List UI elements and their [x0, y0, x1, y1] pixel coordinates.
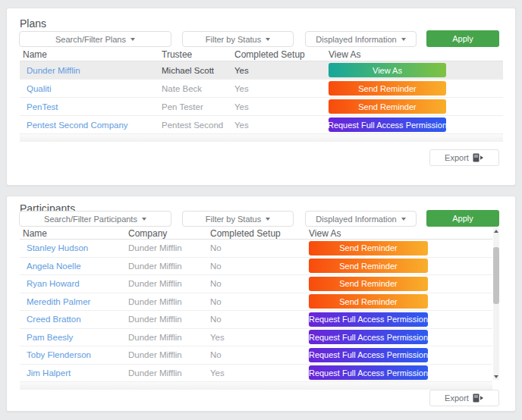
table-row: Toby FlendersonDunder MifflinNoRequest F… [20, 346, 492, 365]
row-name-link[interactable]: Angela Noelle [20, 262, 128, 271]
row-completed-setup: No [210, 243, 309, 252]
scroll-up-arrow-icon[interactable] [494, 230, 498, 233]
row-completed-setup: No [210, 315, 309, 324]
row-name-link[interactable]: Stanley Hudson [20, 243, 128, 252]
column-header-completed-setup: Completed Setup [234, 49, 329, 60]
participants-status-filter-dropdown[interactable]: Filter by Status [182, 211, 294, 227]
send-reminder-button[interactable]: Send Reminder [309, 294, 428, 309]
row-completed-setup: Yes [210, 333, 309, 342]
participants-apply-button[interactable]: Apply [426, 210, 499, 227]
plans-panel: Plans Search/Filter Plans Filter by Stat… [6, 8, 516, 186]
caret-down-icon [266, 38, 270, 41]
row-trustee: Pen Tester [162, 102, 234, 111]
row-name-link[interactable]: Jim Halpert [20, 368, 128, 378]
table-footer-strip [20, 382, 492, 390]
request-full-access-button[interactable]: Request Full Access Permission [309, 330, 428, 344]
caret-down-icon [142, 218, 146, 221]
scrollbar-thumb[interactable] [493, 247, 499, 304]
row-name-link[interactable]: Qualiti [20, 84, 162, 93]
table-row: Meredith PalmerDunder MifflinNoSend Remi… [20, 293, 492, 312]
row-action-cell: Send Reminder [309, 241, 492, 255]
row-name-link[interactable]: Dunder Mifflin [20, 66, 162, 75]
table-row: Dunder MifflinMichael ScottYesView As [20, 61, 503, 80]
row-name-link[interactable]: Pam Beesly [20, 333, 128, 342]
row-name-link[interactable]: Meredith Palmer [20, 297, 128, 306]
row-completed-setup: No [210, 279, 309, 288]
row-name-link[interactable]: Toby Flenderson [20, 350, 128, 359]
participants-export-button[interactable]: Export [429, 390, 499, 406]
table-row: Stanley HudsonDunder MifflinNoSend Remin… [20, 240, 492, 258]
row-completed-setup: No [210, 350, 309, 359]
send-reminder-button[interactable]: Send Reminder [309, 259, 428, 273]
row-action-cell: Request Full Access Permission [329, 118, 503, 132]
row-name-link[interactable]: Pentest Second Company [20, 121, 162, 130]
participants-status-filter-label: Filter by Status [206, 215, 261, 224]
plans-displayed-info-label: Displayed Information [316, 35, 396, 44]
plans-displayed-info-dropdown[interactable]: Displayed Information [305, 31, 417, 47]
row-completed-setup: Yes [234, 84, 329, 93]
row-trustee: Nate Beck [162, 84, 234, 93]
column-header-view-as: View As [309, 228, 492, 239]
column-header-trustee: Trustee [162, 49, 234, 60]
request-full-access-button[interactable]: Request Full Access Permission [309, 365, 428, 380]
request-full-access-button[interactable]: Request Full Access Permission [309, 312, 428, 327]
vertical-scrollbar[interactable] [493, 228, 499, 380]
table-row: Pam BeeslyDunder MifflinYesRequest Full … [20, 329, 492, 347]
caret-down-icon [130, 38, 135, 41]
table-row: PenTestPen TesterYesSend Reminder [20, 98, 503, 116]
table-footer-strip [20, 134, 503, 142]
table-row: Pentest Second CompanyPentest SecondYesR… [20, 116, 503, 134]
row-completed-setup: Yes [210, 368, 309, 378]
row-company: Dunder Mifflin [128, 315, 210, 324]
row-action-cell: Request Full Access Permission [309, 365, 492, 380]
plans-search-filter-dropdown[interactable]: Search/Filter Plans [19, 31, 171, 47]
plans-apply-button[interactable]: Apply [426, 30, 499, 47]
table-row: Creed BrattonDunder MifflinNoRequest Ful… [20, 311, 492, 329]
request-full-access-button[interactable]: Request Full Access Permission [329, 118, 446, 132]
column-header-completed-setup: Completed Setup [210, 228, 309, 239]
plans-status-filter-label: Filter by Status [206, 35, 261, 44]
row-completed-setup: No [210, 262, 309, 271]
row-company: Dunder Mifflin [128, 368, 210, 378]
table-row: QualitiNate BeckYesSend Reminder [20, 80, 503, 98]
row-action-cell: View As [329, 63, 503, 77]
plans-export-button[interactable]: Export [429, 149, 499, 166]
participants-panel: Participants Search/Filter Participants … [6, 196, 516, 412]
table-row: Ryan HowardDunder MifflinNoSend Reminder [20, 275, 492, 293]
plans-table: Name Trustee Completed Setup View As Dun… [20, 48, 503, 142]
participants-search-filter-dropdown[interactable]: Search/Filter Participants [19, 211, 171, 227]
row-name-link[interactable]: Ryan Howard [20, 279, 128, 288]
participants-table: Name Company Completed Setup View As Sta… [20, 228, 492, 390]
row-company: Dunder Mifflin [128, 297, 210, 306]
column-header-name: Name [20, 49, 162, 60]
row-action-cell: Send Reminder [329, 99, 503, 114]
participants-displayed-info-dropdown[interactable]: Displayed Information [305, 211, 417, 227]
row-action-cell: Send Reminder [309, 294, 492, 309]
column-header-company: Company [128, 228, 210, 239]
row-action-cell: Send Reminder [329, 81, 503, 96]
scroll-down-arrow-icon[interactable] [494, 375, 498, 378]
row-name-link[interactable]: Creed Bratton [20, 315, 128, 324]
participants-displayed-info-label: Displayed Information [316, 215, 396, 224]
caret-down-icon [401, 218, 406, 221]
send-reminder-button[interactable]: Send Reminder [309, 241, 428, 255]
row-action-cell: Request Full Access Permission [309, 348, 492, 362]
view-as-button[interactable]: View As [329, 63, 446, 77]
plans-status-filter-dropdown[interactable]: Filter by Status [182, 31, 294, 47]
column-header-name: Name [20, 228, 128, 239]
export-label: Export [445, 153, 469, 162]
row-action-cell: Request Full Access Permission [309, 312, 492, 327]
send-reminder-button[interactable]: Send Reminder [329, 81, 446, 96]
send-reminder-button[interactable]: Send Reminder [329, 99, 446, 114]
export-label: Export [445, 393, 469, 403]
caret-down-icon [266, 218, 270, 221]
plans-search-filter-label: Search/Filter Plans [55, 35, 126, 44]
row-company: Dunder Mifflin [128, 333, 210, 342]
row-name-link[interactable]: PenTest [20, 102, 162, 111]
column-header-view-as: View As [329, 49, 503, 60]
row-company: Dunder Mifflin [128, 350, 210, 359]
request-full-access-button[interactable]: Request Full Access Permission [309, 348, 428, 362]
send-reminder-button[interactable]: Send Reminder [309, 277, 428, 291]
row-completed-setup: Yes [234, 66, 329, 75]
row-completed-setup: Yes [234, 121, 329, 130]
